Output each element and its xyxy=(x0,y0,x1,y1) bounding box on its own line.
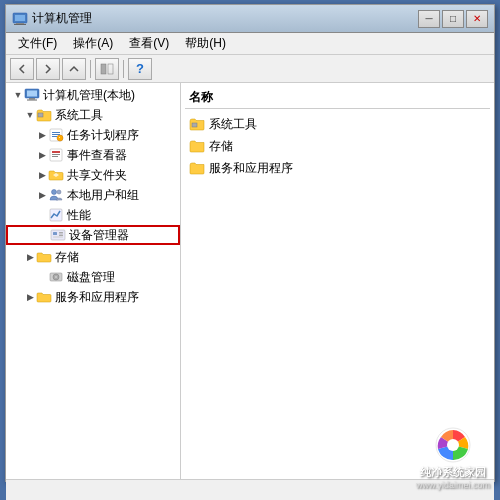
system-tools-folder-icon xyxy=(36,107,52,123)
computer-icon xyxy=(24,87,40,103)
disk-management-label: 磁盘管理 xyxy=(67,269,115,286)
storage-folder-icon xyxy=(36,249,52,265)
svg-rect-8 xyxy=(29,98,35,100)
svg-point-20 xyxy=(52,190,57,195)
right-storage-label: 存储 xyxy=(209,138,233,155)
svg-point-30 xyxy=(55,276,57,278)
shared-folder-icon xyxy=(48,167,64,183)
task-icon xyxy=(48,127,64,143)
content-panel: 名称 系统工具 存储 xyxy=(181,83,494,479)
watermark: 纯净系统家园 www.yidaimei.com xyxy=(416,427,490,490)
svg-rect-3 xyxy=(14,24,26,25)
right-storage-icon xyxy=(189,138,205,154)
right-services-icon xyxy=(189,160,205,176)
svg-rect-18 xyxy=(52,154,60,155)
menu-file[interactable]: 文件(F) xyxy=(10,33,65,54)
services-expand-icon: ▶ xyxy=(24,291,36,303)
system-tools-label: 系统工具 xyxy=(55,107,103,124)
device-manager-icon xyxy=(50,227,66,243)
tree-performance[interactable]: ▶ 性能 xyxy=(6,205,180,225)
toolbar-separator xyxy=(90,60,91,78)
svg-rect-1 xyxy=(15,15,25,21)
task-scheduler-label: 任务计划程序 xyxy=(67,127,139,144)
watermark-line2: www.yidaimei.com xyxy=(416,480,490,490)
svg-point-21 xyxy=(57,190,61,194)
svg-rect-26 xyxy=(59,235,63,237)
tree-disk-management[interactable]: ▶ 磁盘管理 xyxy=(6,267,180,287)
svg-rect-7 xyxy=(27,91,37,97)
svg-rect-13 xyxy=(52,134,60,135)
back-button[interactable] xyxy=(10,58,34,80)
tree-system-tools[interactable]: ▼ 系统工具 xyxy=(6,105,180,125)
svg-rect-27 xyxy=(53,237,63,238)
content-header: 名称 xyxy=(185,87,490,109)
menu-action[interactable]: 操作(A) xyxy=(65,33,121,54)
performance-label: 性能 xyxy=(67,207,91,224)
right-system-tools-icon xyxy=(189,116,205,132)
svg-rect-14 xyxy=(52,136,57,137)
svg-rect-24 xyxy=(53,232,57,235)
svg-rect-5 xyxy=(108,64,113,74)
device-manager-label: 设备管理器 xyxy=(69,227,129,244)
menu-bar: 文件(F) 操作(A) 查看(V) 帮助(H) xyxy=(6,33,494,55)
svg-rect-19 xyxy=(52,156,58,157)
window-icon xyxy=(12,11,28,27)
svg-rect-9 xyxy=(27,100,37,101)
tree-storage[interactable]: ▶ 存储 xyxy=(6,247,180,267)
users-expand-icon: ▶ xyxy=(36,189,48,201)
up-button[interactable] xyxy=(62,58,86,80)
tree-shared-folders[interactable]: ▶ 共享文件夹 xyxy=(6,165,180,185)
services-folder-icon xyxy=(36,289,52,305)
tree-event-viewer[interactable]: ▶ 事件查看器 xyxy=(6,145,180,165)
svg-rect-31 xyxy=(192,123,197,127)
forward-button[interactable] xyxy=(36,58,60,80)
menu-view[interactable]: 查看(V) xyxy=(121,33,177,54)
window-controls[interactable]: ─ □ ✕ xyxy=(418,10,488,28)
storage-expand-icon: ▶ xyxy=(24,251,36,263)
tree-services-apps[interactable]: ▶ 服务和应用程序 xyxy=(6,287,180,307)
tree-task-scheduler[interactable]: ▶ 任务计划程序 xyxy=(6,125,180,145)
users-icon xyxy=(48,187,64,203)
show-hide-button[interactable] xyxy=(95,58,119,80)
task-expand-icon: ▶ xyxy=(36,129,48,141)
disk-icon xyxy=(48,269,64,285)
shared-expand-icon: ▶ xyxy=(36,169,48,181)
main-area: ▼ 计算机管理(本地) ▼ xyxy=(6,83,494,479)
title-bar: 计算机管理 ─ □ ✕ xyxy=(6,5,494,33)
right-item-storage[interactable]: 存储 xyxy=(185,135,490,157)
event-expand-icon: ▶ xyxy=(36,149,48,161)
storage-label: 存储 xyxy=(55,249,79,266)
right-system-tools-label: 系统工具 xyxy=(209,116,257,133)
toolbar: ? xyxy=(6,55,494,83)
tree-local-users[interactable]: ▶ 本地用户和组 xyxy=(6,185,180,205)
services-apps-label: 服务和应用程序 xyxy=(55,289,139,306)
local-users-label: 本地用户和组 xyxy=(67,187,139,204)
performance-icon xyxy=(48,207,64,223)
minimize-button[interactable]: ─ xyxy=(418,10,440,28)
window-title: 计算机管理 xyxy=(32,10,418,27)
shared-folders-label: 共享文件夹 xyxy=(67,167,127,184)
right-services-label: 服务和应用程序 xyxy=(209,160,293,177)
help-toolbar-button[interactable]: ? xyxy=(128,58,152,80)
maximize-button[interactable]: □ xyxy=(442,10,464,28)
close-button[interactable]: ✕ xyxy=(466,10,488,28)
watermark-line1: 纯净系统家园 xyxy=(420,465,486,480)
root-label: 计算机管理(本地) xyxy=(43,87,135,104)
tree-root[interactable]: ▼ 计算机管理(本地) xyxy=(6,85,180,105)
svg-rect-25 xyxy=(59,232,63,234)
tree-panel: ▼ 计算机管理(本地) ▼ xyxy=(6,83,181,479)
event-viewer-label: 事件查看器 xyxy=(67,147,127,164)
system-tools-expand-icon: ▼ xyxy=(24,109,36,121)
event-icon xyxy=(48,147,64,163)
menu-help[interactable]: 帮助(H) xyxy=(177,33,234,54)
right-item-system-tools[interactable]: 系统工具 xyxy=(185,113,490,135)
root-expand-icon: ▼ xyxy=(12,89,24,101)
svg-rect-10 xyxy=(38,113,43,117)
svg-rect-17 xyxy=(52,151,60,153)
svg-rect-4 xyxy=(101,64,106,74)
right-item-services[interactable]: 服务和应用程序 xyxy=(185,157,490,179)
tree-device-manager[interactable]: ▶ 设备管理器 xyxy=(6,225,180,245)
toolbar-separator-2 xyxy=(123,60,124,78)
svg-point-33 xyxy=(447,439,459,451)
svg-rect-12 xyxy=(52,132,60,133)
